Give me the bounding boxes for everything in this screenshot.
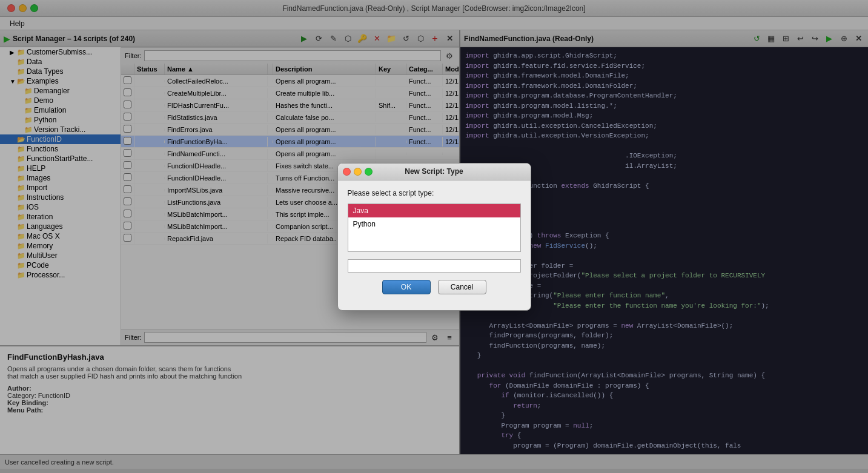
script-type-list[interactable]: Java Python [348, 203, 521, 252]
modal-title: New Script: Type [405, 167, 463, 176]
modal-footer: OK Cancel [348, 280, 521, 302]
modal-overlay[interactable]: New Script: Type Please select a script … [0, 0, 868, 473]
modal-min-btn[interactable] [354, 168, 362, 176]
modal-window-controls[interactable] [343, 168, 373, 176]
new-script-modal: New Script: Type Please select a script … [337, 163, 531, 311]
modal-titlebar: New Script: Type [338, 164, 531, 180]
modal-name-input[interactable] [348, 259, 521, 273]
modal-prompt: Please select a script type: [348, 189, 521, 197]
ok-button[interactable]: OK [382, 280, 431, 294]
modal-body: Please select a script type: Java Python… [338, 180, 531, 310]
cancel-button[interactable]: Cancel [438, 280, 486, 294]
option-python[interactable]: Python [348, 217, 520, 231]
option-java[interactable]: Java [348, 204, 520, 217]
modal-max-btn[interactable] [365, 168, 373, 176]
modal-close-btn[interactable] [343, 168, 351, 176]
